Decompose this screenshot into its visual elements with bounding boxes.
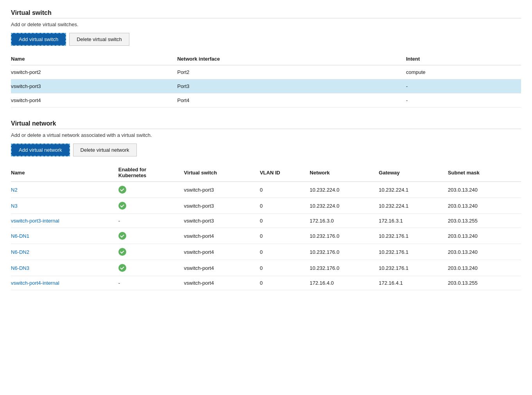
col-interface-vs: Network interface xyxy=(177,53,406,65)
vn-vlan: 0 xyxy=(260,198,310,214)
vn-vswitch: vswitch-port4 xyxy=(184,244,260,260)
vn-vswitch: vswitch-port4 xyxy=(184,276,260,290)
vn-gateway: 10.232.176.1 xyxy=(379,260,448,276)
vs-intent: compute xyxy=(406,65,521,79)
col-gateway-vn: Gateway xyxy=(379,163,448,182)
vs-name: vswitch-port3 xyxy=(11,79,177,93)
vn-name-link[interactable]: N6-DN2 xyxy=(11,249,29,255)
virtual-switch-header-row: Name Network interface Intent xyxy=(11,53,521,65)
vn-name-cell: N6-DN3 xyxy=(11,260,118,276)
col-name-vs: Name xyxy=(11,53,177,65)
check-icon xyxy=(118,232,126,240)
vn-vlan: 0 xyxy=(260,260,310,276)
vn-name-link[interactable]: vswitch-port3-internal xyxy=(11,218,59,224)
vn-subnet: 203.0.13.240 xyxy=(448,260,521,276)
table-row[interactable]: vswitch-port3-internal - vswitch-port3 0… xyxy=(11,214,521,228)
col-vswitch-vn: Virtual switch xyxy=(184,163,260,182)
col-intent-vs: Intent xyxy=(406,53,521,65)
vn-subnet: 203.0.13.255 xyxy=(448,214,521,228)
vn-subnet: 203.0.13.240 xyxy=(448,244,521,260)
col-name-vn: Name xyxy=(11,163,118,182)
vn-gateway: 172.16.3.1 xyxy=(379,214,448,228)
vs-interface: Port3 xyxy=(177,79,406,93)
vs-interface: Port4 xyxy=(177,93,406,108)
section-divider-2 xyxy=(11,129,521,129)
virtual-switch-section: Virtual switch Add or delete virtual swi… xyxy=(11,9,521,108)
vn-network: 172.16.4.0 xyxy=(310,276,379,290)
add-virtual-network-button[interactable]: Add virtual network xyxy=(11,144,70,156)
vn-gateway: 10.232.176.1 xyxy=(379,228,448,244)
check-icon xyxy=(118,248,126,256)
vn-name-cell: N3 xyxy=(11,198,118,214)
vn-gateway: 10.232.224.1 xyxy=(379,182,448,198)
table-row[interactable]: vswitch-port4-internal - vswitch-port4 0… xyxy=(11,276,521,290)
vn-kubernetes xyxy=(118,244,184,260)
vn-kubernetes: - xyxy=(118,214,184,228)
vn-kubernetes xyxy=(118,182,184,198)
vs-name: vswitch-port2 xyxy=(11,65,177,79)
vn-subnet: 203.0.13.240 xyxy=(448,182,521,198)
vn-vlan: 0 xyxy=(260,244,310,260)
delete-virtual-network-button[interactable]: Delete virtual network xyxy=(73,144,137,156)
vn-network: 10.232.224.0 xyxy=(310,182,379,198)
table-row[interactable]: N2 vswitch-port3 0 10.232.224.0 10.232.2… xyxy=(11,182,521,198)
col-vlan-vn: VLAN ID xyxy=(260,163,310,182)
check-icon xyxy=(118,202,126,210)
vn-kubernetes xyxy=(118,260,184,276)
vn-name-link[interactable]: N6-DN3 xyxy=(11,265,29,271)
vn-name-cell: N2 xyxy=(11,182,118,198)
add-virtual-switch-button[interactable]: Add virtual switch xyxy=(11,33,66,46)
vn-subnet: 203.0.13.240 xyxy=(448,198,521,214)
table-row[interactable]: N6-DN3 vswitch-port4 0 10.232.176.0 10.2… xyxy=(11,260,521,276)
vn-kubernetes xyxy=(118,198,184,214)
vn-kubernetes: - xyxy=(118,276,184,290)
table-row[interactable]: vswitch-port2 Port2 compute xyxy=(11,65,521,79)
virtual-network-section: Virtual network Add or delete a virtual … xyxy=(11,120,521,290)
vn-vswitch: vswitch-port3 xyxy=(184,214,260,228)
vn-vswitch: vswitch-port3 xyxy=(184,182,260,198)
delete-virtual-switch-button[interactable]: Delete virtual switch xyxy=(69,33,129,46)
virtual-switch-btn-row: Add virtual switch Delete virtual switch xyxy=(11,33,521,46)
table-row[interactable]: N6-DN1 vswitch-port4 0 10.232.176.0 10.2… xyxy=(11,228,521,244)
vn-kubernetes xyxy=(118,228,184,244)
vn-name-link[interactable]: vswitch-port4-internal xyxy=(11,280,59,286)
table-row[interactable]: N3 vswitch-port3 0 10.232.224.0 10.232.2… xyxy=(11,198,521,214)
vn-vswitch: vswitch-port3 xyxy=(184,198,260,214)
virtual-network-title: Virtual network xyxy=(11,120,521,127)
virtual-network-btn-row: Add virtual network Delete virtual netwo… xyxy=(11,144,521,156)
vn-name-link[interactable]: N2 xyxy=(11,187,18,193)
vn-gateway: 172.16.4.1 xyxy=(379,276,448,290)
vn-name-cell: N6-DN2 xyxy=(11,244,118,260)
vn-network: 172.16.3.0 xyxy=(310,214,379,228)
virtual-switch-description: Add or delete virtual switches. xyxy=(11,22,521,27)
vs-intent: - xyxy=(406,79,521,93)
vn-name-link[interactable]: N6-DN1 xyxy=(11,233,29,239)
table-row[interactable]: N6-DN2 vswitch-port4 0 10.232.176.0 10.2… xyxy=(11,244,521,260)
vn-vlan: 0 xyxy=(260,228,310,244)
virtual-switch-title: Virtual switch xyxy=(11,9,521,16)
vn-network: 10.232.176.0 xyxy=(310,244,379,260)
virtual-network-header-row: Name Enabled forKubernetes Virtual switc… xyxy=(11,163,521,182)
table-row[interactable]: vswitch-port3 Port3 - xyxy=(11,79,521,93)
vn-vswitch: vswitch-port4 xyxy=(184,260,260,276)
vn-network: 10.232.224.0 xyxy=(310,198,379,214)
check-icon xyxy=(118,186,126,194)
virtual-network-description: Add or delete a virtual network associat… xyxy=(11,132,521,138)
vn-subnet: 203.0.13.240 xyxy=(448,228,521,244)
vn-vlan: 0 xyxy=(260,182,310,198)
vs-intent: - xyxy=(406,93,521,108)
vn-vswitch: vswitch-port4 xyxy=(184,228,260,244)
vn-gateway: 10.232.176.1 xyxy=(379,244,448,260)
vs-name: vswitch-port4 xyxy=(11,93,177,108)
vn-name-link[interactable]: N3 xyxy=(11,203,18,209)
vs-interface: Port2 xyxy=(177,65,406,79)
col-kubernetes-vn: Enabled forKubernetes xyxy=(118,163,184,182)
vn-name-cell: vswitch-port4-internal xyxy=(11,276,118,290)
table-row[interactable]: vswitch-port4 Port4 - xyxy=(11,93,521,108)
virtual-switch-table: Name Network interface Intent vswitch-po… xyxy=(11,53,521,108)
vn-vlan: 0 xyxy=(260,276,310,290)
col-network-vn: Network xyxy=(310,163,379,182)
vn-subnet: 203.0.13.255 xyxy=(448,276,521,290)
vn-network: 10.232.176.0 xyxy=(310,260,379,276)
vn-name-cell: N6-DN1 xyxy=(11,228,118,244)
